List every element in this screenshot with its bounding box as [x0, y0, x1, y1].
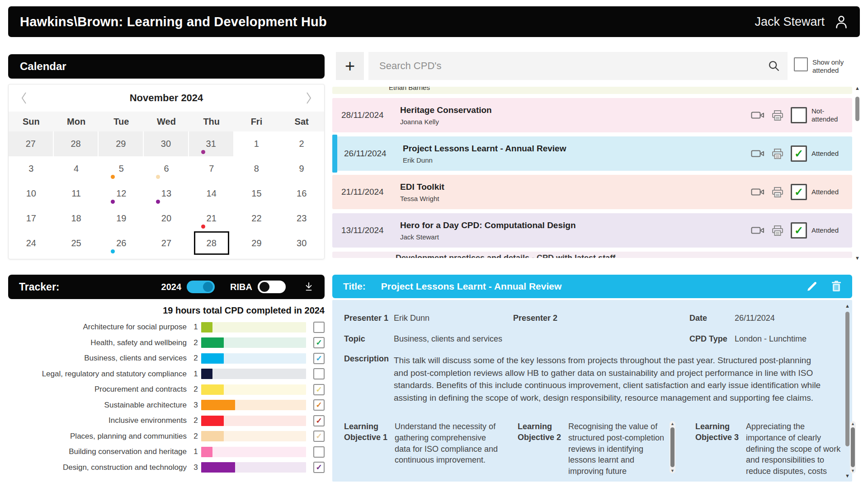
topic-checkbox[interactable]: ✓	[313, 337, 325, 348]
scroll-up-arrow[interactable]: ▲	[855, 85, 860, 91]
calendar-day[interactable]: 1	[234, 131, 279, 156]
attended-checkbox[interactable]: ✓	[791, 184, 807, 200]
topic-checkbox[interactable]: ✓	[313, 431, 325, 442]
scroll-thumb[interactable]	[670, 427, 675, 467]
presenter1-value: Erik Dunn	[394, 314, 429, 323]
print-pdf-icon[interactable]	[772, 148, 783, 159]
calendar-day[interactable]: 11	[54, 181, 99, 206]
cpd-list-item[interactable]: 21/11/2024EDI ToolkitTessa Wright✓Attend…	[332, 175, 852, 209]
calendar-day[interactable]: 22	[234, 206, 279, 231]
add-cpd-button[interactable]: +	[336, 52, 364, 80]
next-month-button[interactable]	[304, 91, 313, 105]
download-icon[interactable]	[304, 281, 314, 292]
attended-checkbox[interactable]	[791, 107, 807, 123]
calendar-day[interactable]: 3	[9, 156, 54, 181]
scroll-thumb[interactable]	[845, 312, 849, 446]
prev-month-button[interactable]	[19, 91, 28, 105]
calendar-day[interactable]: 31	[189, 131, 234, 156]
cpd-list-item[interactable]: 13/11/2024Hero for a Day CPD: Computatio…	[332, 213, 852, 248]
calendar-day[interactable]: 27	[9, 131, 54, 156]
calendar-day[interactable]: 23	[279, 206, 324, 231]
topic-checkbox[interactable]	[313, 368, 325, 379]
topic-checkbox[interactable]	[313, 322, 325, 333]
objective-scrollbar[interactable]: ▲▼	[670, 421, 675, 473]
calendar-day[interactable]: 28	[54, 131, 99, 156]
calendar-day[interactable]: 21	[189, 206, 234, 231]
calendar-day[interactable]: 8	[234, 156, 279, 181]
calendar-day[interactable]: 10	[9, 181, 54, 206]
print-pdf-icon[interactable]	[772, 225, 783, 236]
scroll-down-arrow[interactable]: ▼	[845, 473, 850, 479]
calendar-day[interactable]: 24	[9, 231, 54, 256]
year-toggle[interactable]	[187, 281, 215, 293]
calendar-day[interactable]: 18	[54, 206, 99, 231]
calendar-day[interactable]: 30	[144, 131, 189, 156]
calendar-day[interactable]: 25	[54, 231, 99, 256]
calendar-day[interactable]: 12	[99, 181, 144, 206]
calendar-day-header: Wed	[144, 112, 189, 131]
calendar-day[interactable]: 2	[279, 131, 324, 156]
calendar-day[interactable]: 29	[99, 131, 144, 156]
calendar-day[interactable]: 9	[279, 156, 324, 181]
scroll-up-arrow[interactable]: ▲	[851, 421, 855, 426]
calendar-day[interactable]: 20	[144, 206, 189, 231]
topic-checkbox[interactable]: ✓	[313, 353, 325, 364]
scroll-thumb[interactable]	[855, 97, 859, 121]
topic-checkbox[interactable]: ✓	[313, 384, 325, 395]
edit-icon[interactable]	[806, 281, 818, 292]
calendar-day[interactable]: 6	[144, 156, 189, 181]
cpd-row-partial[interactable]: Development practices and details - CPD …	[332, 252, 852, 258]
video-camera-icon[interactable]	[751, 187, 764, 197]
scroll-up-arrow[interactable]: ▲	[845, 303, 850, 309]
calendar-day-number: 2	[299, 139, 304, 149]
calendar-day[interactable]: 7	[189, 156, 234, 181]
cpd-row-partial[interactable]: Ethan Barnes	[332, 87, 852, 94]
calendar-day[interactable]: 15	[234, 181, 279, 206]
cpd-list-scrollbar[interactable]: ▲ ▼	[854, 85, 861, 261]
search-icon[interactable]	[768, 60, 780, 72]
calendar-day[interactable]: 19	[99, 206, 144, 231]
partial-row-text: Development practices and details - CPD …	[396, 253, 852, 258]
topic-checkbox[interactable]: ✓	[313, 415, 325, 426]
topic-checkbox[interactable]	[313, 446, 325, 458]
calendar-day[interactable]: 27	[144, 231, 189, 256]
video-camera-icon[interactable]	[751, 225, 764, 235]
scroll-up-arrow[interactable]: ▲	[670, 421, 675, 426]
calendar-panel-title: Calendar	[8, 54, 325, 79]
user-avatar-icon[interactable]	[835, 14, 848, 29]
calendar-day[interactable]: 13	[144, 181, 189, 206]
calendar-day[interactable]: 28	[189, 231, 234, 256]
calendar-day[interactable]: 4	[54, 156, 99, 181]
topic-hours-value: 2	[190, 432, 201, 441]
event-dot	[201, 150, 205, 154]
scroll-down-arrow[interactable]: ▼	[851, 468, 855, 473]
cpd-detail-body: Presenter 1 Erik Dunn Presenter 2 Date 2…	[332, 300, 852, 482]
video-camera-icon[interactable]	[751, 110, 764, 120]
learning-objective-2: Learning Objective 2Recognising the valu…	[518, 421, 675, 475]
cpd-list-item[interactable]: 28/11/2024Heritage ConservationJoanna Ke…	[332, 98, 852, 132]
video-camera-icon[interactable]	[751, 149, 764, 159]
cpd-list-item[interactable]: 26/11/2024Project Lessons Learnt - Annua…	[332, 136, 852, 171]
topic-bar-fill	[201, 462, 235, 473]
calendar-day[interactable]: 17	[9, 206, 54, 231]
scroll-down-arrow[interactable]: ▼	[855, 255, 860, 261]
show-only-attended-checkbox[interactable]	[794, 57, 808, 71]
attended-checkbox[interactable]: ✓	[791, 222, 807, 239]
topic-checkbox[interactable]: ✓	[313, 399, 325, 411]
search-input[interactable]	[378, 60, 768, 72]
topic-checkbox[interactable]: ✓	[313, 462, 325, 473]
print-pdf-icon[interactable]	[772, 187, 783, 198]
detail-scrollbar[interactable]: ▲ ▼	[844, 303, 851, 479]
calendar-day[interactable]: 16	[279, 181, 324, 206]
attended-checkbox[interactable]: ✓	[791, 145, 807, 162]
scroll-thumb[interactable]	[851, 427, 855, 467]
riba-toggle[interactable]	[258, 281, 286, 293]
scroll-down-arrow[interactable]: ▼	[670, 468, 675, 473]
calendar-day[interactable]: 14	[189, 181, 234, 206]
calendar-day[interactable]: 30	[279, 231, 324, 256]
print-pdf-icon[interactable]	[772, 110, 783, 121]
delete-icon[interactable]	[831, 281, 841, 292]
calendar-day[interactable]: 26	[99, 231, 144, 256]
calendar-day[interactable]: 5	[99, 156, 144, 181]
calendar-day[interactable]: 29	[234, 231, 279, 256]
